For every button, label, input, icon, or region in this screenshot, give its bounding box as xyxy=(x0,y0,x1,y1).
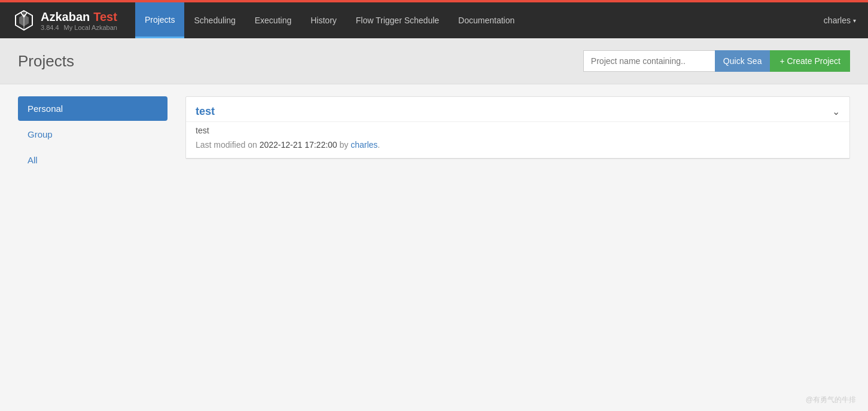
project-body: test Last modified on 2022-12-21 17:22:0… xyxy=(186,122,849,158)
projects-list: test ⌄ test Last modified on 2022-12-21 … xyxy=(185,96,850,173)
search-input[interactable] xyxy=(583,50,715,72)
quick-search-button[interactable]: Quick Sea xyxy=(715,50,770,72)
sidebar-item-group[interactable]: Group xyxy=(18,122,167,147)
brand-azkaban-label: Azkaban xyxy=(41,10,90,24)
sidebar-item-all[interactable]: All xyxy=(18,148,167,172)
username-label: charles xyxy=(824,16,851,25)
project-chevron-icon[interactable]: ⌄ xyxy=(832,106,840,117)
brand-subtitle-label: My Local Azkaban xyxy=(64,24,117,31)
create-project-button[interactable]: + Create Project xyxy=(770,50,850,72)
footer-text: @有勇气的牛排 xyxy=(806,395,856,404)
project-divider xyxy=(186,158,849,159)
brand-logo-link[interactable]: Azkaban Test 3.84.4 My Local Azkaban xyxy=(12,8,117,32)
nav-documentation[interactable]: Documentation xyxy=(449,2,524,38)
page-title: Projects xyxy=(18,52,74,71)
main-content: Personal Group All test ⌄ test Last modi… xyxy=(0,84,868,185)
nav-history[interactable]: History xyxy=(301,2,346,38)
user-menu[interactable]: charles ▾ xyxy=(824,16,856,25)
project-name-link[interactable]: test xyxy=(196,105,215,118)
brand-version-label: 3.84.4 xyxy=(41,24,59,31)
last-modified-author: charles xyxy=(351,140,377,150)
last-modified-by-text: by xyxy=(337,140,351,150)
project-header: test ⌄ xyxy=(186,97,849,122)
last-modified-prefix: Last modified on xyxy=(196,140,260,150)
nav-flow-trigger[interactable]: Flow Trigger Schedule xyxy=(346,2,449,38)
nav-links: Projects Scheduling Executing History Fl… xyxy=(135,2,824,38)
sidebar-item-personal[interactable]: Personal xyxy=(18,96,167,121)
brand-text: Azkaban Test 3.84.4 My Local Azkaban xyxy=(41,10,117,31)
project-item: test ⌄ test Last modified on 2022-12-21 … xyxy=(185,96,850,159)
nav-scheduling[interactable]: Scheduling xyxy=(184,2,245,38)
sidebar: Personal Group All xyxy=(18,96,167,173)
search-area: Quick Sea + Create Project xyxy=(583,50,850,72)
nav-projects[interactable]: Projects xyxy=(135,2,185,38)
brand-env-label: Test xyxy=(93,10,117,24)
brand-name: Azkaban Test xyxy=(41,10,117,24)
footer: @有勇气的牛排 xyxy=(806,395,856,405)
project-description: test xyxy=(196,126,840,135)
project-meta: Last modified on 2022-12-21 17:22:00 by … xyxy=(196,140,840,150)
last-modified-date: 2022-12-21 17:22:00 xyxy=(260,140,337,150)
user-dropdown-arrow: ▾ xyxy=(853,17,856,24)
navbar: Azkaban Test 3.84.4 My Local Azkaban Pro… xyxy=(0,2,868,38)
last-modified-suffix: . xyxy=(377,140,380,150)
page-header: Projects Quick Sea + Create Project xyxy=(0,38,868,84)
nav-executing[interactable]: Executing xyxy=(245,2,301,38)
brand-logo-icon xyxy=(12,8,36,32)
